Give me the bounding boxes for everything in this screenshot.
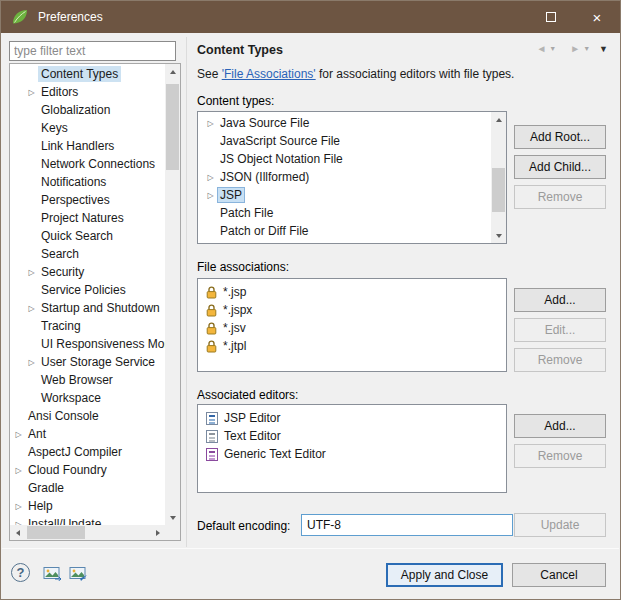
scrollbar-thumb[interactable] — [166, 84, 179, 170]
expand-arrow-icon[interactable] — [12, 502, 25, 511]
expand-arrow-icon[interactable] — [204, 173, 217, 182]
scroll-down-button[interactable] — [165, 510, 180, 525]
tree-horizontal-scrollbar[interactable] — [10, 525, 165, 540]
forward-icon[interactable]: ► — [570, 43, 580, 54]
scroll-left-button[interactable] — [10, 525, 25, 540]
back-dropdown-icon[interactable]: ▼ — [549, 45, 556, 52]
tree-item-label: Startup and Shutdown — [38, 300, 163, 316]
expand-arrow-icon[interactable] — [25, 88, 38, 97]
import-preferences-icon[interactable] — [69, 566, 88, 581]
content-type-item[interactable]: JS Object Notation File — [198, 150, 491, 168]
maximize-button[interactable] — [528, 1, 574, 33]
tree-item[interactable]: Link Handlers — [10, 137, 165, 155]
add-editor-button[interactable]: Add... — [514, 414, 606, 438]
tree-item[interactable]: Cloud Foundry — [10, 461, 165, 479]
tree-item[interactable]: Project Natures — [10, 209, 165, 227]
editor-item[interactable]: JSP Editor — [206, 409, 506, 427]
file-associations-link[interactable]: 'File Associations' — [222, 67, 316, 81]
tree-item[interactable]: Install/Update — [10, 515, 165, 525]
add-root-button[interactable]: Add Root... — [514, 125, 606, 149]
tree-item[interactable]: Help — [10, 497, 165, 515]
content-type-label: Java Source File — [217, 115, 312, 131]
edit-file-association-button[interactable]: Edit... — [514, 318, 606, 342]
tree-item-label: Security — [38, 264, 87, 280]
tree-item-label: Keys — [38, 120, 71, 136]
file-association-item[interactable]: *.jsp — [206, 283, 506, 301]
remove-editor-button[interactable]: Remove — [514, 444, 606, 468]
tree-item[interactable]: Editors — [10, 83, 165, 101]
tree-item[interactable]: Keys — [10, 119, 165, 137]
editor-item[interactable]: Generic Text Editor — [206, 445, 506, 463]
tree-item[interactable]: Globalization — [10, 101, 165, 119]
back-icon[interactable]: ◄ — [536, 43, 546, 54]
add-child-button[interactable]: Add Child... — [514, 155, 606, 179]
content-type-label: Patch File — [217, 205, 276, 221]
tree-item[interactable]: Network Connections — [10, 155, 165, 173]
footer-separator — [2, 548, 619, 549]
remove-file-association-button[interactable]: Remove — [514, 348, 606, 372]
tree-item[interactable]: UI Responsiveness Monitoring — [10, 335, 165, 353]
remove-content-type-button[interactable]: Remove — [514, 185, 606, 209]
content-type-item[interactable]: Patch File — [198, 204, 491, 222]
content-type-item[interactable]: JSON (Illformed) — [198, 168, 491, 186]
default-encoding-input[interactable] — [301, 514, 513, 536]
tree-item[interactable]: Web Browser — [10, 371, 165, 389]
tree-item[interactable]: Ant — [10, 425, 165, 443]
tree-item[interactable]: Ansi Console — [10, 407, 165, 425]
associated-editors-label: Associated editors: — [197, 388, 298, 402]
scroll-right-button[interactable] — [150, 525, 165, 540]
tree-item[interactable]: Security — [10, 263, 165, 281]
tree-item[interactable]: Quick Search — [10, 227, 165, 245]
editor-item[interactable]: Text Editor — [206, 427, 506, 445]
file-association-item[interactable]: *.jspx — [206, 301, 506, 319]
filter-input[interactable] — [9, 41, 176, 61]
apply-and-close-button[interactable]: Apply and Close — [386, 563, 503, 587]
panel-divider[interactable] — [186, 37, 187, 547]
expand-arrow-icon[interactable] — [12, 430, 25, 439]
intro-suffix: for associating editors with file types. — [316, 67, 515, 81]
tree-item[interactable]: Tracing — [10, 317, 165, 335]
tree-item[interactable]: Content Types — [10, 65, 165, 83]
scroll-up-button[interactable] — [165, 64, 180, 79]
tree-item[interactable]: Gradle — [10, 479, 165, 497]
tree-vertical-scrollbar[interactable] — [165, 64, 180, 525]
tree-item[interactable]: AspectJ Compiler — [10, 443, 165, 461]
scrollbar-thumb[interactable] — [27, 526, 85, 539]
cancel-button[interactable]: Cancel — [512, 563, 606, 587]
forward-dropdown-icon[interactable]: ▼ — [583, 45, 590, 52]
content-types-list: Java Source File JavaScript Source File … — [197, 111, 507, 244]
file-association-item[interactable]: *.jsv — [206, 319, 506, 337]
update-button[interactable]: Update — [514, 513, 606, 537]
expand-arrow-icon[interactable] — [204, 119, 217, 128]
file-association-item[interactable]: *.jtpl — [206, 337, 506, 355]
scroll-down-button[interactable] — [491, 228, 506, 243]
tree-item[interactable]: Workspace — [10, 389, 165, 407]
tree-item[interactable]: Search — [10, 245, 165, 263]
export-preferences-icon[interactable] — [43, 566, 62, 581]
default-encoding-label: Default encoding: — [197, 519, 290, 533]
tree-item[interactable]: Startup and Shutdown — [10, 299, 165, 317]
tree-item-label: Ant — [25, 426, 49, 442]
scroll-up-button[interactable] — [491, 112, 506, 127]
tree-item[interactable]: User Storage Service — [10, 353, 165, 371]
tree-item[interactable]: Perspectives — [10, 191, 165, 209]
expand-arrow-icon[interactable] — [12, 466, 25, 475]
content-type-item[interactable]: JavaScript Source File — [198, 132, 491, 150]
expand-arrow-icon[interactable] — [25, 304, 38, 313]
tree-item-label: Network Connections — [38, 156, 158, 172]
close-button[interactable]: × — [574, 1, 620, 33]
help-icon[interactable]: ? — [11, 563, 30, 582]
content-types-scrollbar[interactable] — [491, 112, 506, 243]
add-file-association-button[interactable]: Add... — [514, 288, 606, 312]
content-type-item[interactable]: JSP — [198, 186, 491, 204]
expand-arrow-icon[interactable] — [25, 268, 38, 277]
tree-item-label: Cloud Foundry — [25, 462, 110, 478]
expand-arrow-icon[interactable] — [25, 358, 38, 367]
scrollbar-thumb[interactable] — [492, 168, 505, 212]
tree-item[interactable]: Service Policies — [10, 281, 165, 299]
tree-item[interactable]: Notifications — [10, 173, 165, 191]
expand-arrow-icon[interactable] — [204, 191, 217, 200]
content-type-item[interactable]: Patch or Diff File — [198, 222, 491, 240]
view-menu-icon[interactable]: ▼ — [599, 44, 608, 54]
content-type-item[interactable]: Java Source File — [198, 114, 491, 132]
